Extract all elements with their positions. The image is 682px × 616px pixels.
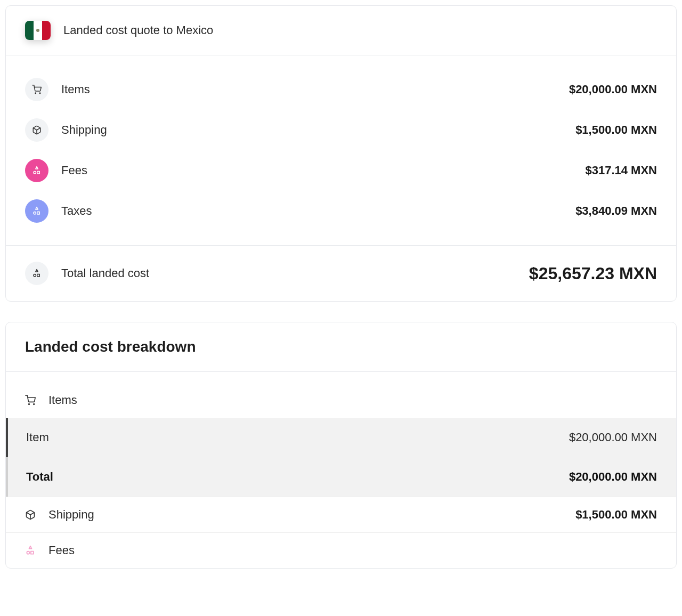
quote-card: Landed cost quote to Mexico Items $20,00… xyxy=(5,5,677,302)
breakdown-section-shipping: Shipping $1,500.00 MXN xyxy=(6,497,676,532)
shapes-icon xyxy=(25,545,36,556)
breakdown-sub-value: $20,000.00 MXN xyxy=(569,431,657,444)
shapes-icon xyxy=(25,199,48,223)
breakdown-sub-label: Total xyxy=(26,470,569,484)
breakdown-section-title: Fees xyxy=(48,544,75,557)
summary-row-shipping: Shipping $1,500.00 MXN xyxy=(25,110,657,150)
summary-label: Items xyxy=(61,83,569,96)
summary-label: Fees xyxy=(61,164,585,177)
svg-marker-6 xyxy=(36,207,38,210)
summary-row-fees: Fees $317.14 MXN xyxy=(25,150,657,191)
box-icon xyxy=(25,118,48,142)
breakdown-title: Landed cost breakdown xyxy=(25,338,657,355)
breakdown-section-title: Shipping xyxy=(48,508,94,522)
svg-marker-3 xyxy=(36,167,38,169)
breakdown-section-title: Items xyxy=(48,393,77,407)
breakdown-card: Landed cost breakdown Items Item $20,000… xyxy=(5,322,677,569)
quote-header: Landed cost quote to Mexico xyxy=(6,6,676,55)
breakdown-sub-value: $20,000.00 MXN xyxy=(569,470,657,484)
summary-label: Shipping xyxy=(61,123,575,137)
svg-marker-15 xyxy=(29,546,32,549)
summary-value: $317.14 MXN xyxy=(585,164,657,177)
total-row: Total landed cost $25,657.23 MXN xyxy=(6,246,676,301)
svg-point-7 xyxy=(34,212,36,215)
breakdown-header: Landed cost breakdown xyxy=(6,322,676,372)
svg-marker-9 xyxy=(36,270,38,272)
summary-value: $1,500.00 MXN xyxy=(575,123,657,137)
svg-rect-17 xyxy=(31,552,34,554)
breakdown-section-value: $1,500.00 MXN xyxy=(575,508,657,522)
total-label: Total landed cost xyxy=(61,266,529,280)
summary-row-items: Items $20,000.00 MXN xyxy=(25,69,657,110)
breakdown-section-fees: Fees xyxy=(6,532,676,568)
breakdown-section-items: Items xyxy=(6,372,676,418)
shapes-icon xyxy=(25,159,48,182)
quote-title: Landed cost quote to Mexico xyxy=(63,23,213,37)
svg-point-0 xyxy=(35,93,36,94)
summary-list: Items $20,000.00 MXN Shipping $1,500.00 … xyxy=(6,55,676,246)
svg-point-4 xyxy=(34,172,36,174)
svg-point-10 xyxy=(34,274,36,277)
breakdown-subrow: Item $20,000.00 MXN xyxy=(6,418,676,457)
svg-point-13 xyxy=(34,404,35,405)
svg-point-16 xyxy=(27,552,29,554)
box-icon xyxy=(25,509,36,520)
cart-icon xyxy=(25,395,36,406)
mexico-flag-icon xyxy=(25,21,51,40)
svg-rect-11 xyxy=(37,274,40,277)
breakdown-sub-label: Item xyxy=(26,431,569,444)
summary-value: $20,000.00 MXN xyxy=(569,83,657,96)
shapes-icon xyxy=(25,262,48,285)
svg-rect-5 xyxy=(37,172,40,174)
breakdown-subrow-total: Total $20,000.00 MXN xyxy=(6,457,676,497)
summary-label: Taxes xyxy=(61,204,575,218)
svg-point-1 xyxy=(39,93,40,94)
svg-rect-8 xyxy=(37,212,40,215)
svg-point-12 xyxy=(29,404,30,405)
summary-value: $3,840.09 MXN xyxy=(575,204,657,218)
total-value: $25,657.23 MXN xyxy=(529,264,657,283)
summary-row-taxes: Taxes $3,840.09 MXN xyxy=(25,191,657,231)
cart-icon xyxy=(25,78,48,101)
